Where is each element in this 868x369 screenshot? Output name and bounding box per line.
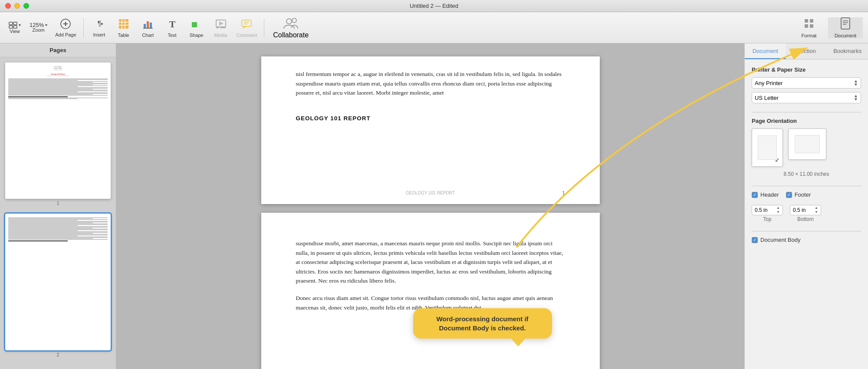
svg-rect-0 (9, 22, 13, 25)
toolbar-separator-2 (264, 18, 264, 37)
svg-text:¶: ¶ (97, 20, 101, 27)
comment-icon (240, 18, 253, 32)
close-button[interactable] (5, 3, 11, 9)
document-icon (840, 17, 851, 32)
page-2-wrapper[interactable]: 2 (5, 214, 111, 350)
header-check: ✓ (753, 193, 756, 197)
document-body-check: ✓ (753, 238, 756, 242)
margins-grid: 0.5 in ▲ ▼ Top 0.5 in ▲ (752, 205, 861, 222)
portrait-thumb-inner (758, 135, 777, 160)
portrait-orientation[interactable]: ✓ (752, 128, 783, 167)
document-body-section: ✓ Document Body (752, 237, 861, 243)
printer-paper-section: Printer & Paper Size Any Printer ▲▼ US L… (752, 66, 861, 103)
page-2-thumb[interactable] (5, 214, 111, 350)
us-letter-select[interactable]: US Letter ▲▼ (752, 92, 861, 103)
page-2-number: 2 (56, 352, 59, 357)
svg-rect-24 (242, 20, 251, 26)
svg-point-29 (292, 18, 296, 23)
svg-rect-3 (13, 26, 17, 28)
right-panel-tabs: Document Section Bookmarks (745, 43, 868, 59)
table-button[interactable]: Table (112, 15, 135, 41)
footer-label: Footer (795, 191, 811, 198)
svg-rect-31 (810, 19, 813, 23)
maximize-button[interactable] (23, 3, 29, 9)
header-margin-col: 0.5 in ▲ ▼ Top (752, 205, 783, 222)
header-up-arrow[interactable]: ▲ (776, 206, 780, 210)
doc-paragraph-1: nisl fermentum tempor ac a, augue in ele… (296, 69, 565, 98)
header-footer-section: ✓ Header ✓ Footer 0.5 in (752, 191, 861, 222)
pages-list: Urine Semper Director's Name March 6, 20… (0, 57, 116, 369)
footer-checkbox-row: ✓ Footer (786, 191, 811, 198)
toolbar-separator-1 (83, 18, 84, 37)
footer-margin-col: 0.5 in ▲ ▼ Bottom (790, 205, 821, 222)
svg-rect-33 (810, 24, 813, 28)
view-button[interactable]: ▾ View (5, 20, 24, 36)
tab-bookmarks[interactable]: Bookmarks (827, 43, 868, 59)
footer-checkbox[interactable]: ✓ (786, 192, 792, 198)
table-icon (118, 18, 130, 32)
chart-icon (142, 18, 154, 32)
doc-page-2[interactable]: suspendisse morbi, amet maecenas, a maec… (261, 213, 600, 369)
format-tab-button[interactable]: Format (792, 17, 826, 38)
svg-rect-14 (144, 24, 146, 28)
media-button[interactable]: Media (210, 15, 232, 41)
tab-document[interactable]: Document (745, 43, 786, 59)
svg-marker-8 (101, 23, 103, 25)
zoom-label: Zoom (33, 27, 45, 33)
document-body-checkbox[interactable]: ✓ (752, 237, 758, 243)
comment-button[interactable]: Comment (234, 15, 260, 41)
right-panel-content: Printer & Paper Size Any Printer ▲▼ US L… (745, 59, 868, 369)
media-icon (215, 18, 227, 32)
text-button[interactable]: T Text (161, 15, 184, 41)
page-orientation-section: Page Orientation ✓ 8.50 × 11.00 inches (752, 118, 861, 177)
svg-rect-32 (805, 24, 808, 28)
editor-area: nisl fermentum tempor ac a, augue in ele… (116, 43, 744, 369)
any-printer-arrow: ▲▼ (854, 79, 858, 86)
svg-point-28 (286, 19, 292, 24)
page-orientation-title: Page Orientation (752, 118, 861, 124)
header-label: Header (760, 191, 779, 198)
us-letter-row: US Letter ▲▼ (752, 92, 861, 103)
chart-button[interactable]: Chart (137, 15, 159, 41)
printer-paper-title: Printer & Paper Size (752, 66, 861, 73)
view-icon (9, 22, 17, 29)
toolbar-right: Format Document (792, 17, 863, 38)
collaborate-button[interactable]: Collaborate (269, 15, 313, 41)
footer-down-arrow[interactable]: ▼ (815, 210, 818, 214)
header-margin-input[interactable]: 0.5 in ▲ ▼ (752, 205, 783, 215)
footer-check: ✓ (787, 193, 791, 197)
tab-section[interactable]: Section (786, 43, 827, 59)
doc-page-1[interactable]: nisl fermentum tempor ac a, augue in ele… (261, 56, 600, 204)
footer-up-arrow[interactable]: ▲ (815, 206, 818, 210)
zoom-button[interactable]: 125% ▾ 125% Zoom (26, 20, 51, 35)
page-1-thumb[interactable]: Urine Semper Director's Name March 6, 20… (5, 63, 111, 199)
document-tab-button[interactable]: Document (828, 17, 863, 38)
document-body-label: Document Body (760, 237, 801, 243)
minimize-button[interactable] (14, 3, 20, 9)
header-checkbox[interactable]: ✓ (752, 192, 758, 198)
page-1-wrapper[interactable]: Urine Semper Director's Name March 6, 20… (5, 63, 111, 199)
collaborate-icon (283, 16, 299, 31)
any-printer-select[interactable]: Any Printer ▲▼ (752, 77, 861, 89)
header-checkbox-row: ✓ Header (752, 191, 779, 198)
svg-rect-30 (805, 19, 808, 23)
page-2-content (5, 214, 111, 350)
footer-margin-input[interactable]: 0.5 in ▲ ▼ (790, 205, 821, 215)
main-area: Pages Urine Semper Director's Name March… (0, 43, 868, 369)
svg-rect-2 (9, 26, 13, 28)
doc-paragraph-2: suspendisse morbi, amet maecenas, a maec… (296, 239, 565, 286)
header-down-arrow[interactable]: ▼ (776, 210, 780, 214)
toolbar: ▾ View 125% ▾ 125% Zoom Add Page ¶ (0, 12, 868, 43)
any-printer-row: Any Printer ▲▼ (752, 77, 861, 89)
shape-button[interactable]: Shape (185, 15, 208, 41)
svg-marker-21 (219, 21, 224, 26)
orientation-row: ✓ (752, 128, 861, 167)
insert-button[interactable]: ¶ Insert (88, 15, 111, 41)
text-icon: T (166, 18, 178, 32)
svg-rect-15 (147, 21, 149, 28)
add-page-button[interactable]: Add Page (53, 15, 79, 41)
right-panel: Document Section Bookmarks Printer & Pap… (744, 43, 868, 369)
portrait-checkmark: ✓ (775, 157, 780, 164)
landscape-orientation[interactable] (788, 128, 826, 160)
pages-header: Pages (0, 43, 116, 57)
